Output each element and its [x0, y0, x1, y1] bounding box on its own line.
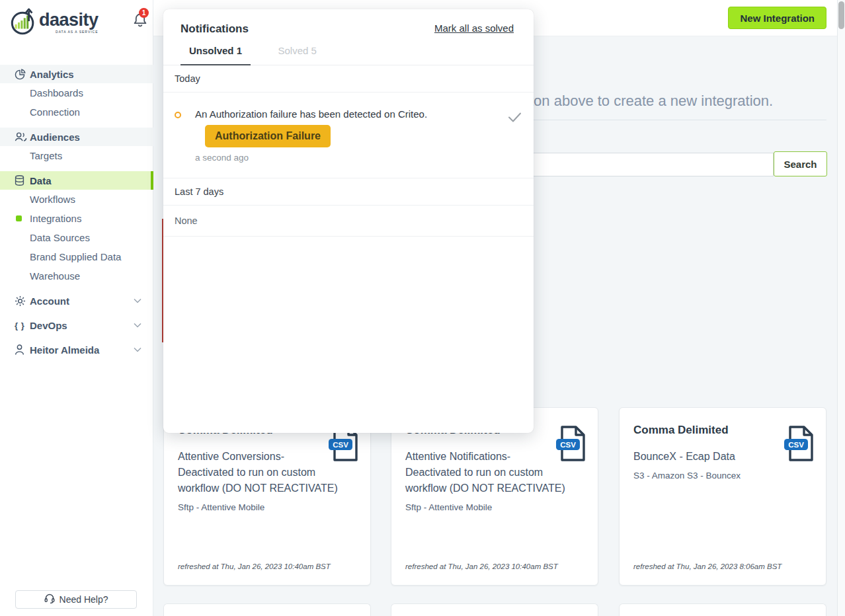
- vertical-scrollbar[interactable]: [837, 0, 845, 616]
- sidebar-item-label: Audiences: [30, 132, 80, 143]
- integration-source: S3 - Amazon S3 - Bouncex: [633, 471, 793, 481]
- sidebar-nav: Analytics Dashboards Connection Audience…: [0, 65, 153, 359]
- sidebar-item-label: Data Sources: [30, 232, 90, 243]
- notifications-empty-label: None: [163, 206, 534, 237]
- notification-item[interactable]: An Authorization failure has been detect…: [163, 93, 534, 178]
- refreshed-timestamp: refreshed at Thu, Jan 26, 2023 10:40am B…: [405, 562, 558, 570]
- notification-count-badge: 1: [139, 8, 149, 18]
- people-icon: [15, 132, 30, 142]
- mark-all-as-solved-link[interactable]: Mark all as solved: [434, 22, 514, 34]
- active-page-dot: [16, 215, 22, 221]
- code-braces-icon: { }: [15, 321, 30, 330]
- sidebar-item-label: Connection: [30, 106, 80, 118]
- sidebar-item-label: Warehouse: [30, 270, 80, 282]
- sidebar-item-user-menu[interactable]: Heitor Almeida: [0, 340, 153, 359]
- tab-solved[interactable]: Solved 5: [269, 45, 325, 64]
- sidebar: daasity DATA AS A SERVICE 1 Analytics Da…: [0, 0, 153, 616]
- sidebar-item-audiences[interactable]: Audiences: [0, 128, 153, 146]
- sidebar-item-label: Data: [30, 175, 52, 186]
- csv-badge-text: CSV: [333, 441, 348, 449]
- csv-badge-text: CSV: [560, 441, 576, 449]
- brand-tagline: DATA AS A SERVICE: [39, 30, 99, 34]
- sidebar-item-label: Account: [30, 295, 69, 307]
- integration-title: BounceX - Ecap Data: [633, 449, 793, 465]
- bell-icon: [133, 19, 147, 30]
- csv-badge-text: CSV: [788, 441, 804, 449]
- sidebar-item-dashboards[interactable]: Dashboards: [0, 83, 153, 102]
- notifications-section-last7days: Last 7 days: [163, 178, 534, 206]
- sidebar-item-label: DevOps: [30, 320, 67, 331]
- sidebar-item-label: Integrations: [30, 213, 81, 224]
- search-button[interactable]: Search: [774, 151, 827, 176]
- sidebar-item-label: Heitor Almeida: [30, 344, 99, 356]
- sidebar-item-workflows[interactable]: Workflows: [0, 190, 153, 209]
- daasity-logo[interactable]: daasity DATA AS A SERVICE: [9, 7, 99, 39]
- notifications-panel-title: Notifications: [181, 22, 249, 36]
- sidebar-item-devops[interactable]: { } DevOps: [0, 316, 153, 334]
- sidebar-item-warehouse[interactable]: Warehouse: [0, 266, 153, 286]
- refreshed-timestamp: refreshed at Thu, Jan 26, 2023 8:06am BS…: [633, 562, 782, 570]
- integration-card-partial[interactable]: [391, 603, 598, 616]
- refreshed-timestamp: refreshed at Thu, Jan 26, 2023 10:40am B…: [178, 562, 331, 570]
- mark-solved-check-icon[interactable]: [508, 112, 522, 125]
- chevron-down-icon: [134, 323, 141, 328]
- integration-card[interactable]: Comma Delimited CSV Attentive Conversion…: [163, 407, 371, 586]
- integration-card[interactable]: Comma Delimited CSV BounceX - Ecap Data …: [619, 407, 826, 586]
- user-icon: [15, 344, 30, 356]
- notifications-panel: Notifications Mark all as solved Unsolve…: [163, 9, 534, 433]
- notifications-section-today: Today: [163, 65, 534, 93]
- sidebar-item-label: Targets: [30, 150, 62, 161]
- page-description-text: ton above to create a new integration.: [530, 93, 773, 110]
- gear-icon: [15, 295, 30, 307]
- tab-unsolved[interactable]: Unsolved 1: [181, 45, 251, 65]
- integration-card-partial[interactable]: [619, 603, 826, 616]
- notifications-bell-button[interactable]: 1: [133, 12, 150, 30]
- notifications-tabs: Unsolved 1 Solved 5: [163, 45, 534, 65]
- sidebar-item-account[interactable]: Account: [0, 291, 153, 310]
- notification-time: a second ago: [195, 153, 249, 163]
- sidebar-item-label: Analytics: [30, 69, 74, 80]
- search-input[interactable]: [496, 153, 774, 176]
- integration-source: Sftp - Attentive Mobile: [178, 502, 338, 512]
- sidebar-item-data-sources[interactable]: Data Sources: [0, 228, 153, 247]
- need-help-label: Need Help?: [60, 594, 108, 605]
- sidebar-item-label: Brand Supplied Data: [30, 251, 121, 262]
- new-integration-button[interactable]: New Integration: [728, 7, 826, 29]
- notification-message: An Authorization failure has been detect…: [195, 108, 427, 120]
- sidebar-item-targets[interactable]: Targets: [0, 146, 153, 165]
- need-help-button[interactable]: Need Help?: [15, 590, 137, 609]
- authorization-failure-badge[interactable]: Authorization Failure: [205, 125, 331, 147]
- integration-title: Attentive Conversions- Deactivated to ru…: [178, 449, 338, 496]
- sidebar-item-connection[interactable]: Connection: [0, 102, 153, 122]
- integration-card-partial[interactable]: [163, 603, 371, 616]
- sidebar-item-integrations[interactable]: Integrations: [0, 209, 153, 228]
- chevron-down-icon: [134, 298, 141, 303]
- scrollbar-thumb[interactable]: [838, 1, 844, 29]
- unread-indicator-icon: [175, 112, 181, 118]
- sidebar-item-brand-supplied-data[interactable]: Brand Supplied Data: [0, 247, 153, 266]
- sidebar-item-analytics[interactable]: Analytics: [0, 65, 153, 83]
- integration-card[interactable]: Comma Delimited CSV Attentive Notificati…: [391, 407, 598, 586]
- database-icon: [15, 174, 30, 186]
- card-type-label: Comma Delimited: [633, 424, 729, 437]
- daasity-logo-icon: [9, 7, 37, 39]
- sidebar-item-label: Workflows: [30, 194, 75, 205]
- sidebar-item-data[interactable]: Data: [0, 171, 153, 190]
- pie-chart-icon: [15, 69, 30, 80]
- brand-name: daasity: [39, 11, 99, 29]
- chevron-down-icon: [134, 347, 141, 352]
- sidebar-item-label: Dashboards: [30, 87, 83, 98]
- integration-title: Attentive Notifications- Deactivated to …: [405, 449, 565, 496]
- headset-icon: [44, 594, 55, 605]
- integration-source: Sftp - Attentive Mobile: [405, 502, 565, 512]
